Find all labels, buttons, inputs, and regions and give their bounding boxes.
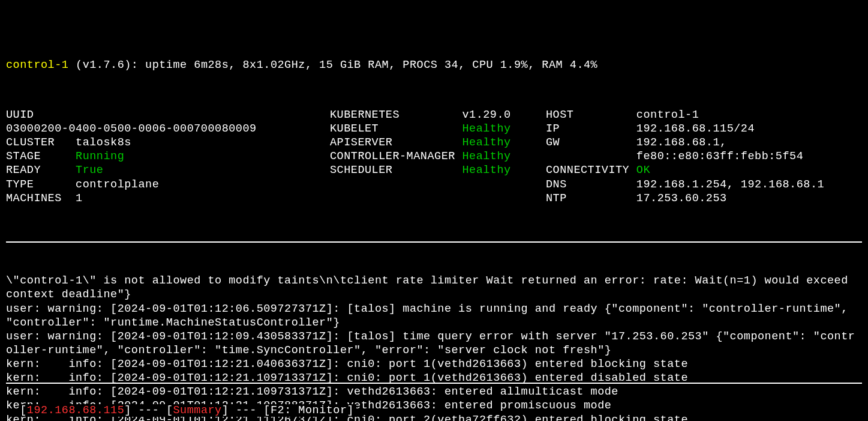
- kubernetes-column: KUBERNETES v1.29.0 KUBELET Healthy APISE…: [330, 108, 546, 205]
- host-value: control-1: [636, 109, 699, 121]
- status-columns: UUID 03000200-0400-0500-0006-00070008000…: [6, 108, 862, 205]
- gw-value: 192.168.68.1,: [636, 136, 727, 149]
- machines-value: 1: [76, 192, 83, 205]
- cluster-value: talosk8s: [76, 136, 131, 149]
- ready-label: READY: [6, 164, 41, 177]
- machines-label: MACHINES: [6, 192, 62, 205]
- ready-value: True: [76, 164, 103, 177]
- apiserver-value: Healthy: [462, 136, 510, 149]
- bracket-close: ]: [124, 404, 131, 417]
- ntp-label: NTP: [546, 192, 567, 205]
- kubernetes-label: KUBERNETES: [330, 109, 400, 121]
- ip-label: IP: [546, 123, 560, 135]
- bracket-close: ]: [222, 404, 229, 417]
- log-line: user: warning: [2024-09-01T01:12:06.5097…: [6, 303, 855, 329]
- host-label: HOST: [546, 109, 573, 121]
- log-line: user: warning: [2024-09-01T01:12:09.4305…: [6, 330, 855, 357]
- network-column: HOST control-1 IP 192.168.68.115/24 GW 1…: [546, 108, 862, 205]
- kubelet-value: Healthy: [462, 123, 510, 135]
- uuid-value: 03000200-0400-0500-0006-000700080009: [6, 123, 257, 135]
- scheduler-label: SCHEDULER: [330, 164, 392, 177]
- kubelet-label: KUBELET: [330, 123, 379, 135]
- dns-value: 192.168.1.254, 192.168.68.1: [636, 178, 824, 191]
- scheduler-value: Healthy: [462, 164, 510, 177]
- header-line: control-1 (v1.7.6): uptime 6m28s, 8x1.02…: [6, 58, 862, 72]
- status-bar: [192.168.68.115] --- [Summary] --- [F2: …: [6, 376, 862, 417]
- conn-value: OK: [636, 164, 650, 177]
- stage-label: STAGE: [6, 150, 41, 163]
- bracket-open: [: [263, 404, 271, 417]
- hostname: control-1: [6, 59, 68, 71]
- cluster-label: CLUSTER: [6, 136, 55, 149]
- ntp-value: 17.253.60.253: [636, 192, 727, 205]
- ctrlmgr-value: Healthy: [462, 150, 510, 163]
- ip-value: 192.168.68.115/24: [636, 123, 755, 135]
- bracket-open: [: [20, 404, 27, 417]
- dash: ---: [131, 404, 166, 417]
- kubernetes-value: v1.29.0: [462, 109, 510, 121]
- ctrlmgr-label: CONTROLLER-MANAGER: [330, 150, 455, 163]
- bracket-close: ]: [347, 404, 355, 417]
- statusbar-ip: 192.168.68.115: [27, 404, 124, 417]
- uuid-label: UUID: [6, 109, 34, 121]
- stage-value: Running: [76, 150, 124, 163]
- gw2-value: fe80::e80:63ff:febb:5f54: [636, 150, 803, 163]
- header-stats: : uptime 6m28s, 8x1.02GHz, 15 GiB RAM, P…: [131, 59, 597, 71]
- apiserver-label: APISERVER: [330, 136, 392, 149]
- type-value: controlplane: [76, 178, 159, 191]
- gw-label: GW: [546, 136, 560, 149]
- dash: ---: [229, 404, 263, 417]
- machine-column: UUID 03000200-0400-0500-0006-00070008000…: [6, 108, 330, 205]
- version: (v1.7.6): [76, 59, 131, 71]
- log-line: kern: info: [2024-09-01T01:12:21.0406363…: [6, 358, 688, 371]
- bracket-open: [: [166, 404, 173, 417]
- divider-line: [6, 241, 862, 243]
- dns-label: DNS: [546, 178, 567, 191]
- tab-summary[interactable]: Summary: [173, 404, 222, 417]
- type-label: TYPE: [6, 178, 34, 191]
- tab-monitor[interactable]: F2: Monitor: [271, 404, 347, 417]
- log-line: \"control-1\" is not allowed to modify t…: [6, 274, 855, 301]
- conn-label: CONNECTIVITY: [546, 164, 629, 177]
